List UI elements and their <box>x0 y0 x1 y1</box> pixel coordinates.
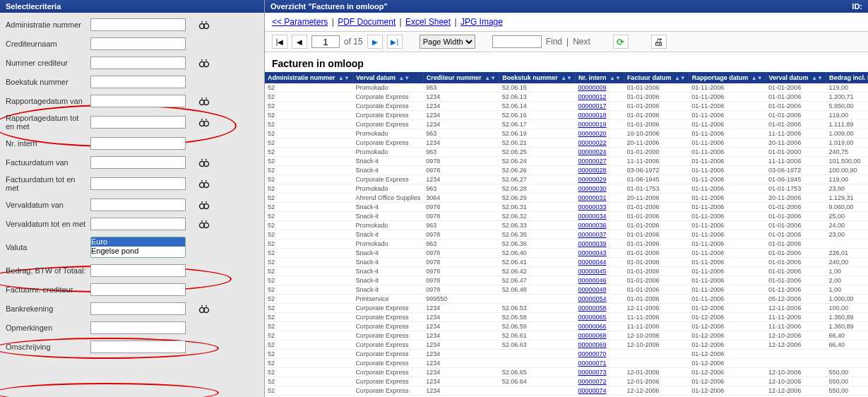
text-input[interactable] <box>90 264 186 277</box>
last-page-button[interactable]: ▶| <box>387 35 403 49</box>
nr-intern-link[interactable]: 00000048 <box>578 286 607 293</box>
text-input[interactable] <box>90 18 186 31</box>
page-number-input[interactable] <box>311 35 340 48</box>
next-label[interactable]: Next <box>573 37 590 47</box>
print-button[interactable]: 🖨 <box>651 35 667 49</box>
text-input[interactable] <box>90 283 186 296</box>
nr-intern-link[interactable]: 00000033 <box>578 203 607 211</box>
refresh-button[interactable]: ⟳ <box>613 35 629 49</box>
table-cell: 01-01-2006 <box>624 93 689 102</box>
table-scroll[interactable]: Administratie nummer ▲▼Verval datum ▲▼Cr… <box>265 72 868 397</box>
binoculars-icon[interactable] <box>198 117 210 127</box>
text-input[interactable] <box>90 302 186 315</box>
table-cell: Snack-it <box>352 267 423 276</box>
nr-intern-link[interactable]: 00000031 <box>578 194 607 201</box>
nr-intern-link[interactable]: 00000009 <box>578 84 607 91</box>
nr-intern-link[interactable]: 00000020 <box>578 130 607 137</box>
column-header[interactable]: Crediteur nummer ▲▼ <box>423 72 499 83</box>
nr-intern-link[interactable]: 00000046 <box>578 277 607 284</box>
nr-intern-link[interactable]: 00000069 <box>578 341 607 348</box>
text-input[interactable] <box>90 156 186 169</box>
nr-intern-link[interactable]: 00000019 <box>578 121 607 128</box>
field-label: Vervaldatum tot en met <box>6 220 90 228</box>
binoculars-icon[interactable] <box>198 20 210 30</box>
parameters-link[interactable]: << Parameters <box>272 17 328 27</box>
nr-intern-link[interactable]: 00000058 <box>578 304 607 312</box>
column-header[interactable]: Administratie nummer ▲▼ <box>265 72 352 83</box>
pdf-link[interactable]: PDF Document <box>338 17 396 27</box>
nr-intern-link[interactable]: 00000073 <box>578 369 607 376</box>
table-cell: Corporate Express <box>352 313 423 322</box>
nr-intern-link[interactable]: 00000044 <box>578 259 607 266</box>
binoculars-icon[interactable] <box>198 200 210 210</box>
table-row: 52Snack-it097852.06.350000003701-01-2006… <box>265 230 868 239</box>
binoculars-icon[interactable] <box>198 96 210 106</box>
nr-intern-link[interactable]: 00000027 <box>578 158 607 165</box>
binoculars-icon[interactable] <box>198 219 210 229</box>
first-page-button[interactable]: |◀ <box>272 35 287 49</box>
nr-intern-link[interactable]: 00000018 <box>578 112 607 119</box>
nr-intern-link[interactable]: 00000071 <box>578 360 607 367</box>
prev-page-button[interactable]: ◀ <box>292 35 307 49</box>
binoculars-icon[interactable] <box>198 304 210 314</box>
nr-intern-link[interactable]: 00000070 <box>578 350 607 357</box>
nr-intern-link[interactable]: 00000024 <box>578 148 607 155</box>
nr-intern-link[interactable]: 00000017 <box>578 102 607 109</box>
nr-intern-link[interactable]: 00000030 <box>578 185 607 192</box>
field-label: Rapportagedatum tot en met <box>6 114 90 131</box>
table-cell: 00000020 <box>576 129 624 138</box>
text-input[interactable] <box>90 218 186 230</box>
table-cell: 1.111,89 <box>826 120 868 129</box>
table-cell: 01-11-2006 <box>689 166 766 175</box>
nr-intern-link[interactable]: 00000029 <box>578 176 607 183</box>
excel-link[interactable]: Excel Sheet <box>405 17 451 27</box>
zoom-select[interactable]: Page Width <box>420 35 475 49</box>
nr-intern-link[interactable]: 00000074 <box>578 387 607 394</box>
nr-intern-link[interactable]: 00000037 <box>578 231 607 238</box>
column-header[interactable]: Verval datum ▲▼ <box>766 72 826 83</box>
nr-intern-link[interactable]: 00000036 <box>578 222 607 229</box>
column-header[interactable]: Boekstuk nummer ▲▼ <box>499 72 576 83</box>
column-header[interactable]: Verval datum ▲▼ <box>352 72 423 83</box>
table-cell: 12-10-2006 <box>766 368 826 377</box>
nr-intern-link[interactable]: 00000022 <box>578 139 607 146</box>
find-label[interactable]: Find <box>546 37 562 47</box>
nr-intern-link[interactable]: 00000012 <box>578 93 607 100</box>
column-header[interactable]: Rapportage datum ▲▼ <box>689 72 766 83</box>
nr-intern-link[interactable]: 00000039 <box>578 240 607 247</box>
binoculars-icon[interactable] <box>198 158 210 167</box>
next-page-button[interactable]: ▶ <box>367 35 383 49</box>
text-input[interactable] <box>90 116 186 129</box>
nr-intern-link[interactable]: 00000054 <box>578 295 607 302</box>
column-header[interactable]: Bedrag incl. BTW ▲▼ <box>826 72 868 83</box>
binoculars-icon[interactable] <box>198 179 210 189</box>
nr-intern-link[interactable]: 00000028 <box>578 167 607 174</box>
nr-intern-link[interactable]: 00000072 <box>578 378 607 385</box>
valuta-select[interactable]: EuroEngelse pond <box>90 237 186 258</box>
field-label: Rapportagedatum van <box>6 97 90 105</box>
nr-intern-link[interactable]: 00000034 <box>578 213 607 220</box>
nr-intern-link[interactable]: 00000065 <box>578 314 607 321</box>
nr-intern-link[interactable]: 00000068 <box>578 332 607 339</box>
table-cell: 52 <box>265 276 352 285</box>
nr-intern-link[interactable]: 00000043 <box>578 249 607 256</box>
text-input[interactable] <box>90 321 186 334</box>
binoculars-icon[interactable] <box>198 58 210 68</box>
column-header[interactable]: Factuur datum ▲▼ <box>624 72 689 83</box>
text-input[interactable] <box>90 340 186 353</box>
find-input[interactable] <box>492 35 542 48</box>
nr-intern-link[interactable]: 00000066 <box>578 323 607 330</box>
jpg-link[interactable]: JPG Image <box>460 17 503 27</box>
table-cell: Corporate Express <box>352 350 423 359</box>
text-input[interactable] <box>90 137 186 150</box>
text-input[interactable] <box>90 95 186 107</box>
text-input[interactable] <box>90 37 186 50</box>
text-input[interactable] <box>90 57 186 69</box>
text-input[interactable] <box>90 198 186 211</box>
table-cell: Corporate Express <box>352 111 423 120</box>
sort-icon: ▲▼ <box>561 75 572 81</box>
nr-intern-link[interactable]: 00000045 <box>578 268 607 275</box>
column-header[interactable]: Nr. intern ▲▼ <box>576 72 624 83</box>
text-input[interactable] <box>90 177 186 190</box>
text-input[interactable] <box>90 76 186 88</box>
